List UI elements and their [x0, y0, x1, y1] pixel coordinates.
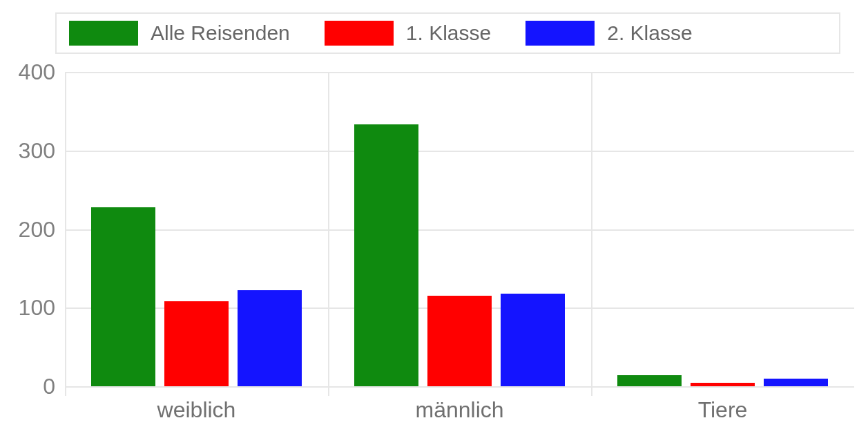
bar-chart: Alle Reisenden 1. Klasse 2. Klasse 01002… [0, 0, 868, 436]
bar [238, 290, 302, 386]
bar [691, 383, 755, 386]
legend-swatch [525, 21, 595, 46]
y-tick-label: 300 [19, 138, 65, 163]
gridline [65, 229, 854, 231]
legend-item-2-klasse: 2. Klasse [525, 21, 692, 46]
legend-label: 1. Klasse [406, 21, 491, 45]
y-tick-label: 100 [19, 295, 65, 321]
bar [617, 375, 682, 386]
x-tick-label: männlich [415, 386, 503, 423]
legend-item-1-klasse: 1. Klasse [325, 21, 491, 46]
plot-area: 0100200300400weiblichmännlichTiere [65, 72, 854, 386]
y-tick-label: 400 [19, 59, 65, 85]
legend: Alle Reisenden 1. Klasse 2. Klasse [55, 12, 840, 54]
y-tick-label: 200 [19, 216, 65, 242]
bar [427, 296, 492, 386]
category-separator [328, 72, 329, 396]
category-separator [65, 72, 66, 396]
legend-label: Alle Reisenden [151, 21, 290, 45]
legend-label: 2. Klasse [607, 21, 692, 45]
bar [501, 294, 565, 386]
bar [164, 301, 229, 386]
gridline [65, 72, 854, 73]
bar [764, 379, 828, 386]
category-separator [591, 72, 592, 396]
y-tick-label: 0 [43, 374, 65, 399]
legend-swatch [69, 21, 138, 46]
x-tick-label: Tiere [698, 386, 748, 423]
bar [354, 124, 418, 386]
legend-item-alle-reisenden: Alle Reisenden [69, 21, 290, 46]
x-tick-label: weiblich [157, 386, 236, 423]
legend-swatch [325, 21, 394, 46]
bar [91, 207, 155, 386]
gridline [65, 151, 854, 152]
